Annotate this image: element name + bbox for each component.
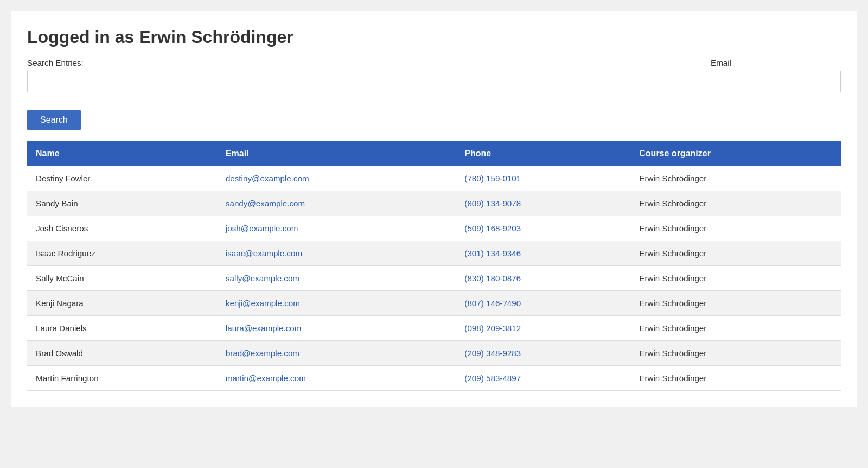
search-button[interactable]: Search	[27, 110, 81, 130]
cell-organizer: Erwin Schrödinger	[630, 291, 841, 316]
cell-name: Sally McCain	[27, 266, 217, 291]
table-header-row: Name Email Phone Course organizer	[27, 141, 841, 166]
cell-name: Martin Farrington	[27, 366, 217, 391]
cell-name: Isaac Rodriguez	[27, 241, 217, 266]
col-header-phone: Phone	[456, 141, 630, 166]
cell-name: Laura Daniels	[27, 316, 217, 341]
email-link[interactable]: josh@example.com	[226, 224, 298, 233]
email-link[interactable]: laura@example.com	[226, 324, 302, 333]
cell-name: Kenji Nagara	[27, 291, 217, 316]
cell-email[interactable]: kenji@example.com	[217, 291, 456, 316]
cell-phone[interactable]: (301) 134-9346	[456, 241, 630, 266]
cell-organizer: Erwin Schrödinger	[630, 316, 841, 341]
cell-email[interactable]: sally@example.com	[217, 266, 456, 291]
phone-link[interactable]: (209) 583-4897	[464, 374, 521, 383]
email-label: Email	[711, 58, 841, 67]
col-header-email: Email	[217, 141, 456, 166]
page-title: Logged in as Erwin Schrödinger	[27, 27, 841, 47]
phone-link[interactable]: (807) 146-7490	[464, 299, 521, 308]
table-row: Isaac Rodriguezisaac@example.com(301) 13…	[27, 241, 841, 266]
cell-phone[interactable]: (509) 168-9203	[456, 216, 630, 241]
table-row: Martin Farringtonmartin@example.com(209)…	[27, 366, 841, 391]
cell-email[interactable]: destiny@example.com	[217, 166, 456, 191]
cell-organizer: Erwin Schrödinger	[630, 266, 841, 291]
cell-phone[interactable]: (830) 180-0876	[456, 266, 630, 291]
cell-organizer: Erwin Schrödinger	[630, 191, 841, 216]
cell-email[interactable]: martin@example.com	[217, 366, 456, 391]
cell-organizer: Erwin Schrödinger	[630, 366, 841, 391]
table-row: Destiny Fowlerdestiny@example.com(780) 1…	[27, 166, 841, 191]
phone-link[interactable]: (098) 209-3812	[464, 324, 521, 333]
table-row: Sally McCainsally@example.com(830) 180-0…	[27, 266, 841, 291]
search-entries-input[interactable]	[27, 71, 157, 92]
cell-name: Sandy Bain	[27, 191, 217, 216]
entries-table: Name Email Phone Course organizer Destin…	[27, 141, 841, 391]
phone-link[interactable]: (209) 348-9283	[464, 349, 521, 358]
cell-name: Brad Oswald	[27, 341, 217, 366]
cell-organizer: Erwin Schrödinger	[630, 216, 841, 241]
cell-email[interactable]: isaac@example.com	[217, 241, 456, 266]
cell-phone[interactable]: (098) 209-3812	[456, 316, 630, 341]
email-link[interactable]: brad@example.com	[226, 349, 299, 358]
table-row: Laura Danielslaura@example.com(098) 209-…	[27, 316, 841, 341]
cell-organizer: Erwin Schrödinger	[630, 166, 841, 191]
cell-email[interactable]: brad@example.com	[217, 341, 456, 366]
email-link[interactable]: destiny@example.com	[226, 174, 309, 183]
email-input[interactable]	[711, 71, 841, 92]
cell-email[interactable]: josh@example.com	[217, 216, 456, 241]
cell-organizer: Erwin Schrödinger	[630, 241, 841, 266]
phone-link[interactable]: (509) 168-9203	[464, 224, 521, 233]
table-row: Brad Oswaldbrad@example.com(209) 348-928…	[27, 341, 841, 366]
email-link[interactable]: isaac@example.com	[226, 249, 302, 258]
email-link[interactable]: kenji@example.com	[226, 299, 300, 308]
col-header-name: Name	[27, 141, 217, 166]
cell-email[interactable]: laura@example.com	[217, 316, 456, 341]
cell-name: Destiny Fowler	[27, 166, 217, 191]
cell-email[interactable]: sandy@example.com	[217, 191, 456, 216]
cell-phone[interactable]: (209) 583-4897	[456, 366, 630, 391]
cell-phone[interactable]: (807) 146-7490	[456, 291, 630, 316]
search-entries-label: Search Entries:	[27, 58, 157, 67]
table-row: Kenji Nagarakenji@example.com(807) 146-7…	[27, 291, 841, 316]
cell-name: Josh Cisneros	[27, 216, 217, 241]
table-row: Sandy Bainsandy@example.com(809) 134-907…	[27, 191, 841, 216]
cell-phone[interactable]: (809) 134-9078	[456, 191, 630, 216]
phone-link[interactable]: (301) 134-9346	[464, 249, 521, 258]
phone-link[interactable]: (830) 180-0876	[464, 274, 521, 283]
table-row: Josh Cisnerosjosh@example.com(509) 168-9…	[27, 216, 841, 241]
cell-organizer: Erwin Schrödinger	[630, 341, 841, 366]
email-link[interactable]: sally@example.com	[226, 274, 299, 283]
cell-phone[interactable]: (209) 348-9283	[456, 341, 630, 366]
phone-link[interactable]: (809) 134-9078	[464, 199, 521, 208]
phone-link[interactable]: (780) 159-0101	[464, 174, 521, 183]
col-header-organizer: Course organizer	[630, 141, 841, 166]
cell-phone[interactable]: (780) 159-0101	[456, 166, 630, 191]
email-link[interactable]: martin@example.com	[226, 374, 306, 383]
email-link[interactable]: sandy@example.com	[226, 199, 305, 208]
